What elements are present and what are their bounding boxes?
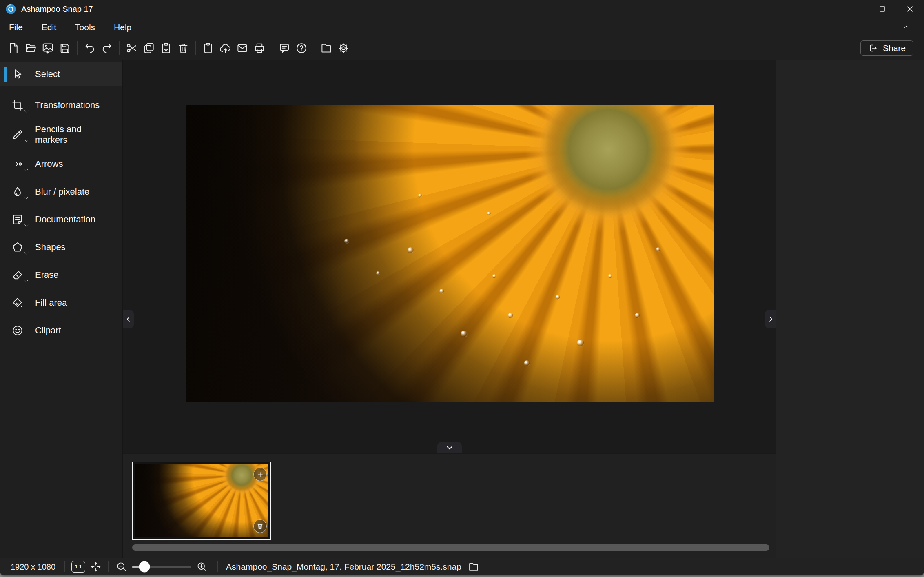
cloud-upload-button[interactable] (217, 39, 234, 57)
toolbar-separator (314, 41, 314, 55)
sidebar-item-label: Documentation (35, 214, 100, 225)
open-containing-folder-button[interactable] (468, 561, 479, 573)
open-folder-button[interactable] (318, 39, 335, 57)
filmstrip-scrollbar[interactable] (132, 544, 769, 551)
maximize-button[interactable] (869, 0, 896, 18)
share-button[interactable]: Share (860, 40, 913, 56)
pen-icon (10, 127, 25, 142)
send-email-button[interactable] (234, 39, 251, 57)
desktop-background: Ashampoo Snap 17 File Edit Tools Help (0, 0, 924, 577)
show-filmstrip-button[interactable] (437, 442, 462, 453)
open-file-button[interactable] (22, 39, 39, 57)
delete-snap-button[interactable] (253, 519, 267, 533)
toolbar-separator (272, 41, 272, 55)
sidebar-item-erase[interactable]: Erase (0, 261, 122, 289)
sidebar-item-clipart[interactable]: Clipart (0, 317, 122, 344)
minimize-button[interactable] (841, 0, 869, 18)
sidebar-item-arrows[interactable]: Arrows (0, 150, 122, 178)
comment-button[interactable] (276, 39, 293, 57)
water-droplet (635, 313, 640, 318)
menu-edit[interactable]: Edit (35, 20, 63, 34)
add-snap-button[interactable] (253, 468, 267, 481)
menu-help[interactable]: Help (107, 20, 138, 34)
toolbar-separator (77, 41, 78, 55)
water-droplet (439, 289, 444, 294)
menu-file[interactable]: File (2, 20, 29, 34)
sidebar-item-label: Transformations (35, 100, 100, 111)
crop-icon (10, 98, 25, 113)
toolbar-separator (195, 41, 196, 55)
water-droplet (577, 340, 584, 347)
undo-button[interactable] (81, 39, 98, 57)
sidebar-item-transformations[interactable]: Transformations (0, 91, 122, 119)
sidebar-item-blur[interactable]: Blur / pixelate (0, 178, 122, 206)
new-file-button[interactable] (5, 39, 22, 57)
close-button[interactable] (896, 0, 924, 18)
settings-button[interactable] (335, 39, 352, 57)
sidebar-item-label: Arrows (35, 159, 100, 169)
filmstrip (123, 453, 776, 558)
sidebar-item-fill-area[interactable]: Fill area (0, 289, 122, 317)
pentagon-icon (10, 240, 25, 255)
water-droplet (556, 295, 560, 300)
zoom-out-button[interactable] (116, 561, 127, 573)
sidebar-item-label: Shapes (35, 242, 100, 253)
print-button[interactable] (251, 39, 268, 57)
water-droplet (608, 274, 612, 278)
copy-button[interactable] (140, 39, 157, 57)
filename-label: Ashampoo_Snap_Montag, 17. Februar 2025_1… (226, 562, 461, 572)
droplet-icon (10, 184, 25, 200)
sidebar-item-shapes[interactable]: Shapes (0, 233, 122, 261)
sidebar-item-documentation[interactable]: Documentation (0, 206, 122, 233)
app-logo-icon (5, 4, 16, 15)
snapshot-image[interactable] (186, 105, 714, 402)
paste-button[interactable] (157, 39, 175, 57)
insert-image-button[interactable] (39, 39, 56, 57)
eraser-icon (10, 267, 25, 283)
fill-bucket-icon (10, 295, 25, 311)
share-label: Share (883, 43, 906, 53)
redo-button[interactable] (98, 39, 115, 57)
clipboard-button[interactable] (199, 39, 217, 57)
sidebar-item-label: Blur / pixelate (35, 186, 100, 197)
actual-size-button[interactable]: 1:1 (71, 561, 85, 573)
pan-button[interactable] (90, 561, 102, 573)
sidebar-item-pencils[interactable]: Pencils and markers (0, 119, 122, 150)
collapse-toolbar-button[interactable] (900, 20, 913, 33)
water-droplet (524, 360, 530, 366)
sidebar-separator (0, 89, 122, 89)
cut-button[interactable] (123, 39, 140, 57)
title-bar: Ashampoo Snap 17 (0, 0, 924, 18)
right-panel (776, 60, 924, 558)
cursor-icon (10, 67, 25, 82)
water-droplet (408, 247, 414, 253)
save-button[interactable] (56, 39, 73, 57)
sidebar-item-label: Erase (35, 270, 100, 280)
sidebar-item-label: Fill area (35, 297, 100, 308)
water-droplet (418, 194, 422, 198)
resolution-label: 1920 x 1080 (11, 562, 55, 572)
water-droplet (487, 212, 491, 215)
canvas[interactable] (123, 60, 776, 453)
water-droplet (492, 274, 496, 278)
delete-button[interactable] (175, 39, 192, 57)
zoom-slider[interactable] (132, 561, 191, 572)
toolbar-separator (119, 41, 120, 55)
water-droplet (344, 239, 349, 244)
water-droplet (656, 247, 660, 252)
menu-tools[interactable]: Tools (69, 20, 102, 34)
sidebar-item-label: Select (35, 69, 100, 80)
editor-area (122, 60, 776, 558)
help-button[interactable] (293, 39, 310, 57)
snap-thumbnail-image (135, 464, 268, 537)
next-snap-button[interactable] (765, 310, 776, 328)
previous-snap-button[interactable] (123, 310, 134, 328)
zoom-in-button[interactable] (196, 561, 208, 573)
smiley-icon (10, 323, 25, 338)
menu-bar: File Edit Tools Help (0, 18, 924, 37)
snap-thumbnail[interactable] (132, 462, 271, 540)
window-title: Ashampoo Snap 17 (21, 4, 93, 14)
zoom-slider-thumb[interactable] (139, 561, 150, 573)
toolbar: Share (0, 37, 924, 60)
sidebar-item-select[interactable]: Select (0, 62, 122, 86)
